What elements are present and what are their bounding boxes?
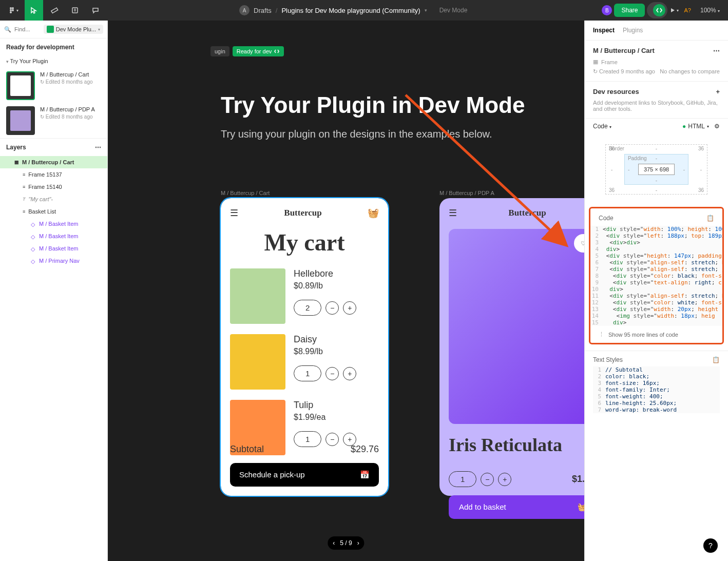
qty-minus[interactable]: − (325, 301, 339, 315)
help-button[interactable]: ? (703, 538, 718, 553)
qty-plus[interactable]: + (498, 473, 511, 486)
show-more-code[interactable]: ⋮Show 95 more lines of code (590, 326, 722, 343)
comment-tool[interactable] (86, 0, 105, 21)
add-to-basket[interactable]: Add to basket🧺 (449, 495, 584, 519)
code-line: 3 <div>div> (590, 239, 722, 246)
pdp-price: $1.99/ (572, 474, 584, 485)
devmode-label: Dev Mode (439, 7, 468, 14)
hamburger-icon: ☰ (449, 207, 457, 219)
text-style-line: 6line-height: 25.60px; (593, 400, 720, 407)
layers-menu-icon[interactable]: ⋯ (95, 144, 101, 151)
devmode-toggle[interactable] (647, 2, 667, 18)
next-icon[interactable]: › (357, 539, 359, 547)
text-style-line: 5font-weight: 400; (593, 393, 720, 400)
share-button[interactable]: Share (614, 4, 645, 17)
dev-resources-desc: Add development links to Storybook, GitH… (593, 100, 720, 112)
cart-item: Hellebore $0.89/lb 2 − + (230, 268, 379, 324)
text-style-line: 7word-wrap: break-word (593, 407, 720, 413)
schedule-button[interactable]: Schedule a pick-up📅 (230, 463, 379, 487)
code-line: 2 <div style="left: 188px; top: 189px; (590, 233, 722, 239)
item-price: $8.99/lb (294, 347, 379, 356)
left-panel: 🔍 Dev Mode Plu... ▾ Ready for developmen… (0, 21, 108, 561)
hero-subtitle: Try using your plugin on the designs in … (221, 128, 525, 140)
qty-plus[interactable]: + (343, 367, 356, 380)
qty-value: 2 (294, 300, 321, 316)
page-selector[interactable]: Dev Mode Plu... ▾ (44, 25, 103, 34)
selection-name: M / Buttercup / Cart (593, 47, 655, 54)
selection-menu-icon[interactable]: ⋯ (713, 47, 720, 54)
code-heading[interactable]: Code ▾ (593, 123, 611, 130)
tab-plugins[interactable]: Plugins (623, 27, 643, 34)
top-toolbar: ▾ A Drafts / Plugins for Dev Mode playgr… (0, 0, 728, 21)
item-name: Tulip (294, 400, 379, 411)
layer-item[interactable]: ▦M / Buttercup / Cart (0, 156, 107, 168)
basket-icon: 🧺 (578, 502, 584, 512)
layer-item[interactable]: M / Basket Item (0, 242, 107, 255)
qty-plus[interactable]: + (343, 301, 356, 315)
text-style-line: 1// Subtotal (593, 366, 720, 373)
move-tool[interactable] (25, 0, 43, 21)
a-question[interactable]: A? (681, 7, 694, 13)
lang-selector[interactable]: ● HTML ▾ ⚙ (682, 123, 720, 130)
frame-pdp[interactable]: ☰ Buttercup ♡ Iris Reticulata 1 − (439, 198, 584, 496)
pager[interactable]: ‹ 5 / 9 › (328, 536, 364, 550)
zoom-level[interactable]: 100% ▾ (696, 7, 724, 14)
devmode-toggle-icon (653, 4, 665, 16)
dev-resources-heading: Dev resources (593, 88, 639, 95)
search-input[interactable] (14, 26, 41, 32)
favorite-button[interactable]: ♡ (574, 234, 584, 253)
qty-minus[interactable]: − (325, 367, 339, 380)
code-line: 9 <div style="text-align: right; c (590, 279, 722, 286)
figma-menu[interactable]: ▾ (4, 0, 23, 21)
settings-icon[interactable]: ⚙ (714, 123, 720, 130)
svg-rect-3 (12, 9, 14, 11)
play-button[interactable]: ▾ (669, 0, 679, 21)
frame-icon: ▦ (593, 59, 598, 65)
svg-rect-1 (12, 7, 14, 9)
section-try-plugin[interactable]: Try Your Plugin (0, 56, 107, 68)
search-icon: 🔍 (4, 26, 11, 33)
annotate-tool[interactable] (66, 0, 84, 21)
text-style-line: 3font-size: 16px; (593, 380, 720, 386)
crumb-file[interactable]: Plugins for Dev Mode playground (Communi… (281, 7, 420, 14)
copy-code-icon[interactable]: 📋 (706, 215, 714, 222)
layer-item[interactable]: ≡Frame 15137 (0, 168, 107, 181)
layer-item[interactable]: T"My cart"- (0, 193, 107, 205)
layer-item[interactable]: M / Basket Item (0, 230, 107, 242)
right-panel: Inspect Plugins M / Buttercup / Cart ⋯ ▦… (584, 21, 728, 561)
item-price: $0.89/lb (294, 281, 379, 291)
qty-minus[interactable]: − (481, 473, 494, 486)
hero-title: Try Your Plugin in Dev Mode (221, 92, 525, 118)
svg-rect-0 (10, 7, 12, 9)
thumb-pdp[interactable]: M / Buttercup / PDP A ↻ Edited 8 months … (0, 103, 107, 138)
copy-styles-icon[interactable]: 📋 (712, 356, 720, 363)
badge-ready[interactable]: Ready for dev (233, 46, 284, 56)
item-image (230, 268, 285, 324)
tab-inspect[interactable]: Inspect (593, 27, 615, 34)
code-line: 4 div> (590, 246, 722, 253)
code-line: 14 <img style="width: 18px; heig (590, 313, 722, 319)
code-line: 12 <div style="color: white; font-s (590, 299, 722, 306)
layer-item[interactable]: ≡Basket List (0, 205, 107, 218)
item-name: Daisy (294, 334, 379, 345)
item-price: $1.99/ea (294, 413, 379, 422)
crumb-drafts[interactable]: Drafts (254, 7, 272, 14)
user-avatar[interactable]: B (602, 5, 612, 15)
frame2-label: M / Buttercup / PDP A (439, 190, 584, 196)
cart-item: Daisy $8.99/lb 1 − + (230, 334, 379, 390)
measure-tool[interactable] (45, 0, 64, 21)
thumb-cart[interactable]: M / Buttercup / Cart ↻ Edited 8 months a… (0, 68, 107, 103)
code-line: 11 <div style="align-self: stretch; h (590, 293, 722, 299)
layers-heading: Layers⋯ (0, 138, 107, 156)
svg-rect-5 (51, 8, 58, 13)
prev-icon[interactable]: ‹ (333, 539, 335, 547)
qty-value: 1 (294, 365, 321, 381)
layer-item[interactable]: M / Primary Nav (0, 255, 107, 267)
layer-item[interactable]: ≡Frame 15140 (0, 181, 107, 193)
text-style-line: 2color: black; (593, 373, 720, 380)
add-resource-icon[interactable]: + (716, 88, 720, 95)
frame-cart[interactable]: ☰ Buttercup 🧺 My cart Hellebore $0.89/lb… (221, 198, 388, 496)
layer-item[interactable]: M / Basket Item (0, 218, 107, 230)
canvas[interactable]: ugin Ready for dev Try Your Plugin in De… (108, 21, 584, 561)
code-line: 15 div> (590, 319, 722, 326)
